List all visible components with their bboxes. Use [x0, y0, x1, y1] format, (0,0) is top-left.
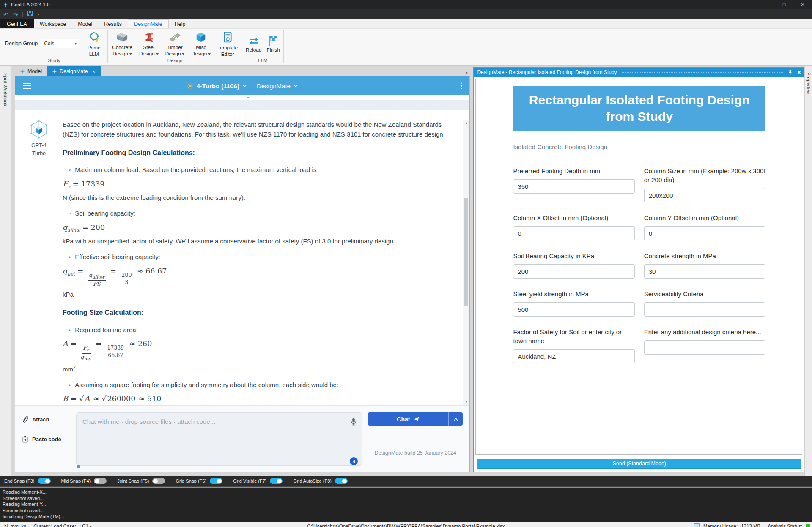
toggle-mid-snap[interactable]: Mid Snap (F4): [61, 478, 107, 484]
message-area: GPT-4Turbo Based on the project location…: [15, 110, 469, 405]
group-label-study: Study: [2, 58, 107, 65]
tab-results[interactable]: Results: [98, 19, 128, 28]
panel-close-icon[interactable]: ✕: [797, 69, 801, 76]
tab-workspace[interactable]: Workspace: [34, 19, 72, 28]
chat-scrollbar[interactable]: ▲ ▼: [463, 120, 469, 405]
steel-yield-input[interactable]: [513, 302, 634, 317]
tab-designmate[interactable]: DesignMate: [128, 19, 169, 28]
toggle-end-snap[interactable]: End Snap (F3): [4, 478, 51, 484]
additional-criteria-input[interactable]: [644, 340, 765, 355]
microphone-icon[interactable]: [350, 418, 357, 428]
log-line: Screenshot saved...: [3, 495, 812, 502]
template-editor-button[interactable]: Template Editor: [214, 29, 241, 58]
minimize-button[interactable]: —: [756, 0, 775, 9]
gpt-cube-icon: [29, 120, 49, 139]
field-column-y-offset: Column Y Offset in mm (Optional): [644, 213, 765, 240]
scroll-up-icon[interactable]: ▲: [465, 120, 468, 127]
pin-icon[interactable]: [788, 70, 793, 75]
assistant-avatar: GPT-4Turbo: [21, 120, 57, 405]
ribbon-divider: [107, 30, 108, 63]
toggle-grid-autosize[interactable]: Grid AutoSize (F8): [293, 478, 347, 484]
divider: [288, 479, 288, 483]
misc-design-button[interactable]: Misc Design: [188, 29, 214, 57]
finish-flag-icon: [267, 35, 279, 47]
chat-send-button-group: Chat: [368, 412, 463, 426]
ribbon-group-study: Design Group Cols ▾ Prime LLM: [2, 29, 107, 65]
window-title: GenFEA 2024.1.0: [11, 2, 49, 7]
safety-factor-input[interactable]: [513, 349, 634, 363]
redo-icon[interactable]: ↷: [13, 11, 19, 18]
soil-bearing-input[interactable]: [513, 264, 634, 279]
paste-code-button[interactable]: Paste code: [22, 436, 76, 443]
close-button[interactable]: ✕: [793, 0, 812, 9]
load-case-selector[interactable]: LC1 ▾: [80, 524, 91, 527]
finish-button[interactable]: Finish: [264, 33, 282, 54]
timber-design-button[interactable]: Timber Design: [162, 29, 188, 57]
toggle-joint-snap[interactable]: Joint Snap (F5): [117, 478, 165, 484]
quick-access-toolbar: ↶ ↷ ▾: [0, 9, 812, 19]
cube-icon: [195, 31, 207, 43]
close-tab-icon[interactable]: ✕: [92, 69, 96, 74]
save-icon[interactable]: [27, 11, 33, 18]
panel-footer: Send (Standard Mode): [474, 456, 804, 472]
resize-grip[interactable]: [77, 465, 80, 468]
prime-llm-button[interactable]: Prime LLM: [81, 29, 107, 58]
steel-design-button[interactable]: Steel Design: [136, 29, 162, 57]
tab-genfea[interactable]: GenFEA: [0, 19, 34, 28]
build-info: DesignMate build 25 January 2024: [368, 450, 463, 456]
chat-send-button[interactable]: Chat: [368, 412, 448, 426]
footing-depth-input[interactable]: [513, 179, 634, 194]
field-soil-bearing: Soil Bearing Capacity in KPa: [513, 251, 634, 279]
menu-icon[interactable]: [23, 83, 31, 89]
assistant-message: Based on the project location in Aucklan…: [57, 120, 463, 405]
toggle-grid-visible[interactable]: Grid Visible (F7): [233, 478, 283, 484]
divider: [56, 479, 56, 483]
tab-list-caret-icon[interactable]: ▾: [463, 71, 470, 76]
kebab-menu-icon[interactable]: [461, 82, 462, 90]
log-line: Screenshot saved...: [3, 508, 812, 514]
scrollbar-thumb[interactable]: [464, 198, 468, 306]
designmate-panel: DesignMate - Rectangular Isolated Footin…: [473, 67, 804, 472]
field-footing-depth: Preferred Footing Depth in mm: [513, 167, 634, 194]
column-y-offset-input[interactable]: [644, 226, 765, 240]
app-selector[interactable]: DesignMate: [257, 82, 298, 90]
bullet-item: ◦Soil bearing capacity:: [63, 208, 448, 218]
doc-tab-model[interactable]: Model: [15, 66, 47, 76]
log-console: Reading Moment-X... Screenshot saved... …: [0, 487, 812, 522]
chat-text-input[interactable]: [76, 412, 362, 466]
scroll-down-icon[interactable]: ▼: [465, 398, 468, 405]
serviceability-input[interactable]: [644, 302, 765, 317]
properties-panel-tab[interactable]: Properties: [804, 66, 812, 476]
maximize-button[interactable]: □: [775, 0, 793, 9]
paperclip-icon: [22, 416, 28, 423]
column-size-input[interactable]: [644, 188, 765, 202]
toggle-switch: [210, 478, 222, 484]
toggle-grid-snap[interactable]: Grid Snap (F6): [176, 478, 222, 484]
column-x-offset-input[interactable]: [513, 226, 634, 240]
field-steel-yield: Steel yield strength in MPa: [513, 289, 634, 317]
form-subtitle: Isolated Concrete Footing Design: [513, 143, 765, 150]
concrete-strength-input[interactable]: [644, 264, 765, 279]
concrete-design-button[interactable]: Concrete Design: [109, 29, 136, 57]
undo-icon[interactable]: ↶: [3, 11, 9, 18]
tab-model[interactable]: Model: [72, 19, 98, 28]
analysis-status-indicator: [806, 524, 810, 527]
send-standard-mode-button[interactable]: Send (Standard Mode): [477, 459, 801, 469]
timber-plank-icon: [168, 31, 182, 43]
model-selector[interactable]: 4-Turbo (1106): [187, 82, 246, 90]
chat-options-button[interactable]: [448, 412, 463, 426]
design-group-combo[interactable]: Cols ▾: [41, 39, 79, 48]
ribbon-group-design: Concrete Design Steel Design: [109, 29, 241, 65]
doc-tab-designmate[interactable]: DesignMate ✕: [47, 66, 101, 76]
input-workbook-panel-tab[interactable]: Input Workbook: [0, 66, 11, 476]
toolbar-options-caret[interactable]: ▾: [37, 12, 39, 16]
dropdown-caret-icon: [208, 53, 211, 55]
memory-usage-value: 1313 MB: [741, 524, 760, 527]
reload-button[interactable]: Reload: [243, 33, 264, 54]
group-divider: [80, 30, 80, 56]
bullet-item: ◦Required footing area:: [63, 325, 448, 335]
tab-help[interactable]: Help: [169, 19, 192, 28]
sparkle-icon: [52, 69, 57, 74]
attach-button[interactable]: Attach: [22, 416, 76, 423]
memory-usage-label: Memory Usage:: [703, 524, 738, 527]
